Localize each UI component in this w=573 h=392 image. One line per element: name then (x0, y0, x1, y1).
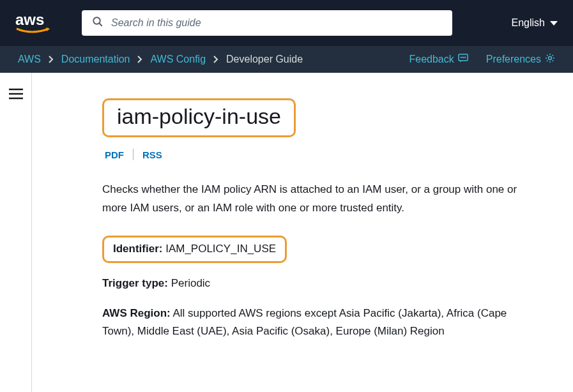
feedback-link[interactable]: Feedback (409, 53, 468, 66)
identifier-value: IAM_POLICY_IN_USE (162, 243, 276, 255)
svg-text:aws: aws (15, 11, 44, 28)
breadcrumb-developer-guide: Developer Guide (226, 54, 303, 65)
search-icon (92, 16, 103, 30)
svg-point-6 (464, 57, 465, 58)
gear-icon (545, 53, 555, 66)
trigger-label: Trigger type: (102, 277, 168, 289)
chevron-down-icon (550, 17, 558, 29)
svg-point-5 (462, 57, 463, 58)
breadcrumb-documentation[interactable]: Documentation (61, 54, 130, 65)
region-label: AWS Region: (102, 307, 171, 319)
sidebar-column (0, 73, 32, 392)
main-area: iam-policy-in-use PDF RSS Checks whether… (0, 73, 573, 392)
feedback-icon (458, 53, 468, 66)
svg-point-7 (549, 57, 552, 60)
aws-logo[interactable]: aws (15, 11, 56, 35)
identifier-row: Identifier: IAM_POLICY_IN_USE (102, 236, 530, 263)
svg-line-2 (99, 23, 102, 26)
trigger-row: Trigger type: Periodic (102, 275, 530, 293)
feedback-label: Feedback (409, 54, 454, 65)
chevron-right-icon (213, 56, 218, 63)
preferences-link[interactable]: Preferences (486, 53, 555, 66)
page-title: iam-policy-in-use (102, 98, 296, 137)
doc-links: PDF RSS (102, 149, 542, 160)
breadcrumb-right: Feedback Preferences (409, 53, 555, 66)
language-selector[interactable]: English (512, 17, 558, 29)
pdf-link[interactable]: PDF (105, 149, 133, 160)
chevron-right-icon (137, 56, 142, 63)
content: iam-policy-in-use PDF RSS Checks whether… (32, 73, 573, 392)
preferences-label: Preferences (486, 54, 541, 65)
svg-point-4 (461, 57, 461, 58)
search-container[interactable] (82, 10, 452, 36)
language-label: English (512, 17, 545, 29)
breadcrumb-bar: AWS Documentation AWS Config Developer G… (0, 46, 573, 73)
region-row: AWS Region: All supported AWS regions ex… (102, 305, 530, 342)
chevron-right-icon (49, 56, 54, 63)
breadcrumb-aws[interactable]: AWS (18, 54, 41, 65)
trigger-value: Periodic (168, 277, 210, 289)
identifier-label: Identifier: (113, 243, 162, 255)
top-bar: aws English (0, 0, 573, 46)
breadcrumb-aws-config[interactable]: AWS Config (150, 54, 206, 65)
rss-link[interactable]: RSS (134, 149, 171, 160)
page-description: Checks whether the IAM policy ARN is att… (102, 181, 530, 218)
svg-point-1 (93, 17, 100, 24)
search-input[interactable] (111, 17, 442, 29)
hamburger-menu-icon[interactable] (9, 88, 23, 392)
